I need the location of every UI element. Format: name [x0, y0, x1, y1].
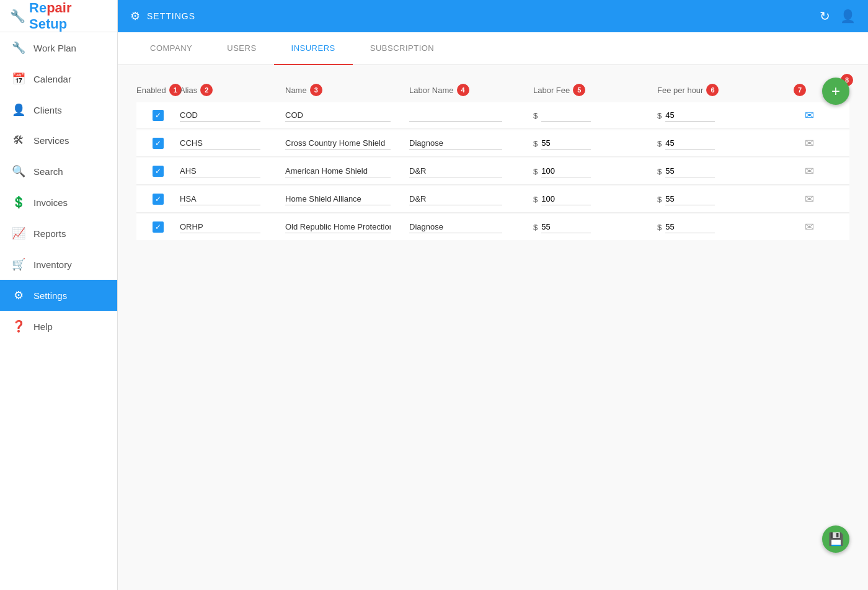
cell-enabled-1[interactable]: ✓ [136, 138, 180, 149]
cell-name-2 [285, 165, 409, 177]
mail-button-4[interactable]: ✉ [805, 220, 814, 234]
name-input-4[interactable] [285, 221, 391, 233]
laborname-input-3[interactable] [409, 193, 502, 205]
sidebar-item-services[interactable]: 🛠 Services [0, 125, 117, 156]
add-fab-wrap: + 8 [822, 78, 849, 105]
feeperhour-input-4[interactable] [665, 221, 715, 233]
feeperhour-input-0[interactable] [665, 109, 715, 122]
header-labor-name: Labor Name 4 [409, 84, 533, 96]
laborfee-input-3[interactable] [541, 193, 591, 205]
feeperhour-input-1[interactable] [665, 137, 715, 150]
cell-laborfee-1: $ [533, 137, 657, 150]
laborname-input-0[interactable] [409, 109, 502, 122]
cell-enabled-3[interactable]: ✓ [136, 194, 180, 205]
sidebar-item-label: Work Plan [33, 43, 76, 53]
cell-enabled-0[interactable]: ✓ [136, 110, 180, 121]
sidebar-item-reports[interactable]: 📈 Reports [0, 218, 117, 249]
header-fee-per-hour: Fee per hour 6 [657, 84, 794, 96]
sidebar-item-label: Calendar [33, 74, 71, 84]
laborname-input-2[interactable] [409, 165, 502, 177]
sidebar-item-settings[interactable]: ⚙ Settings [0, 280, 117, 311]
tab-insurers[interactable]: INSURERS [274, 32, 353, 65]
laborfee-input-0[interactable] [541, 109, 591, 122]
dollar-feeperhour-1: $ [657, 139, 662, 148]
alias-input-2[interactable] [180, 165, 260, 177]
sidebar-item-label: Search [33, 166, 63, 177]
dollar-laborfee-3: $ [533, 195, 538, 204]
alias-input-4[interactable] [180, 221, 260, 233]
sidebar-item-help[interactable]: ❓ Help [0, 311, 117, 342]
save-icon: 💾 [828, 532, 844, 547]
cell-alias-4 [180, 221, 285, 233]
table-row: ✓ $ $ ✉ [136, 214, 849, 240]
user-button[interactable]: 👤 [840, 9, 856, 24]
cell-feeperhour-0: $ [657, 109, 794, 122]
logo-pair: pair [46, 0, 71, 16]
alias-input-1[interactable] [180, 137, 260, 150]
laborfee-input-4[interactable] [541, 221, 591, 233]
sidebar: 🔧 RepairSetup 🔧 Work Plan 📅 Calendar 👤 C… [0, 0, 118, 590]
tab-subscription[interactable]: SUBSCRIPTION [353, 32, 452, 65]
cell-enabled-4[interactable]: ✓ [136, 221, 180, 233]
cell-laborfee-3: $ [533, 193, 657, 205]
sidebar-item-clients[interactable]: 👤 Clients [0, 94, 117, 125]
header-labor-fee: Labor Fee 5 [533, 84, 657, 96]
laborfee-input-2[interactable] [541, 165, 591, 177]
checkbox-4[interactable]: ✓ [153, 221, 164, 233]
cell-laborname-0 [409, 109, 533, 122]
save-button[interactable]: 💾 [822, 525, 849, 553]
alias-input-0[interactable] [180, 109, 260, 122]
table-row: ✓ $ $ ✉ [136, 130, 849, 157]
mail-button-0[interactable]: ✉ [805, 109, 814, 122]
logo-setup: Setup [29, 16, 67, 32]
cell-alias-0 [180, 109, 285, 122]
sidebar-item-invoices[interactable]: 💲 Invoices [0, 187, 117, 218]
refresh-button[interactable]: ↻ [820, 9, 830, 24]
name-input-2[interactable] [285, 165, 391, 177]
cell-feeperhour-4: $ [657, 221, 794, 233]
alias-input-3[interactable] [180, 193, 260, 205]
clients-icon: 👤 [11, 103, 26, 117]
cell-laborfee-4: $ [533, 221, 657, 233]
tab-users[interactable]: USERS [210, 32, 273, 65]
cell-actions-3: ✉ [794, 192, 825, 206]
add-icon: + [831, 83, 840, 100]
cell-laborname-4 [409, 221, 533, 233]
sidebar-item-label: Invoices [33, 197, 68, 208]
sidebar-item-inventory[interactable]: 🛒 Inventory [0, 249, 117, 280]
dollar-feeperhour-0: $ [657, 111, 662, 120]
name-input-1[interactable] [285, 137, 391, 150]
add-button[interactable]: + [822, 78, 849, 105]
dollar-feeperhour-2: $ [657, 167, 662, 176]
tab-company[interactable]: COMPANY [133, 32, 210, 65]
name-input-3[interactable] [285, 193, 391, 205]
dollar-laborfee-2: $ [533, 167, 538, 176]
checkbox-3[interactable]: ✓ [153, 194, 164, 205]
sidebar-item-work-plan[interactable]: 🔧 Work Plan [0, 32, 117, 63]
feeperhour-input-3[interactable] [665, 193, 715, 205]
table-container: + 8 Enabled 1 Alias 2 Name [136, 78, 849, 240]
cell-actions-1: ✉ [794, 136, 825, 150]
cell-laborname-1 [409, 137, 533, 150]
table-row: ✓ $ $ ✉ [136, 186, 849, 213]
mail-button-2[interactable]: ✉ [805, 164, 814, 178]
checkbox-2[interactable]: ✓ [153, 166, 164, 177]
feeperhour-input-2[interactable] [665, 165, 715, 177]
laborname-input-4[interactable] [409, 221, 502, 233]
table-area: + 8 Enabled 1 Alias 2 Name [118, 65, 868, 254]
mail-button-1[interactable]: ✉ [805, 136, 814, 150]
sidebar-item-label: Reports [33, 228, 66, 239]
name-input-0[interactable] [285, 109, 391, 122]
sidebar-item-calendar[interactable]: 📅 Calendar [0, 63, 117, 94]
cell-feeperhour-1: $ [657, 137, 794, 150]
table-rows: ✓ $ $ ✉ ✓ [136, 102, 849, 240]
checkbox-1[interactable]: ✓ [153, 138, 164, 149]
laborfee-input-1[interactable] [541, 137, 591, 150]
sidebar-item-search[interactable]: 🔍 Search [0, 156, 117, 187]
cell-enabled-2[interactable]: ✓ [136, 166, 180, 177]
laborname-input-1[interactable] [409, 137, 502, 150]
settings-icon: ⚙ [11, 288, 26, 302]
cell-laborname-3 [409, 193, 533, 205]
checkbox-0[interactable]: ✓ [153, 110, 164, 121]
mail-button-3[interactable]: ✉ [805, 192, 814, 206]
